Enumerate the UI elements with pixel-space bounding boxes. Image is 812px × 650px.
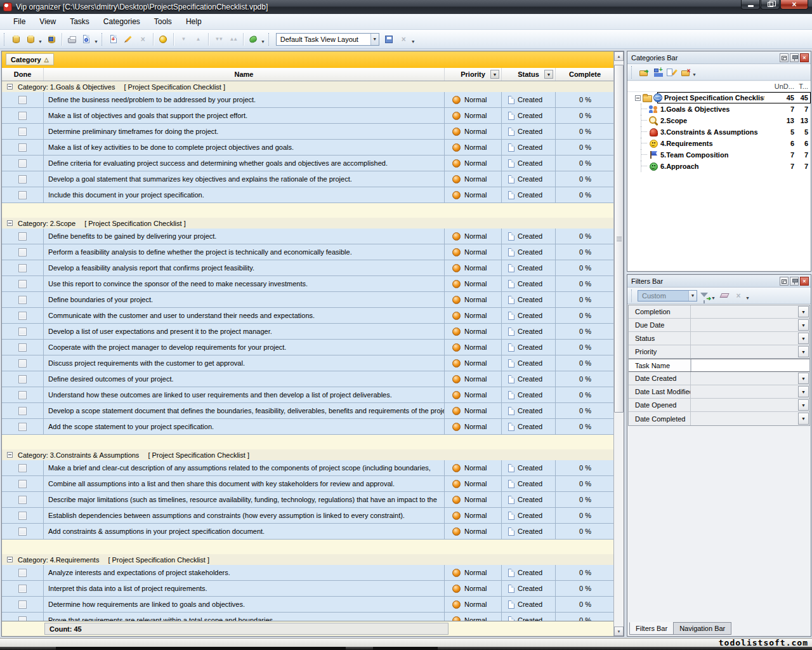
delete-task-button[interactable]: × (136, 32, 150, 46)
task-name-cell[interactable]: Develop a goal statement that summarizes… (44, 171, 445, 187)
task-row[interactable]: Interpret this data into a list of proje… (2, 581, 615, 597)
task-name-cell[interactable]: Describe major limitations (such as time… (44, 492, 445, 507)
menu-item-tools[interactable]: Tools (147, 15, 179, 29)
task-row[interactable]: Determine preliminary timeframes for doi… (2, 124, 615, 140)
priority-cell[interactable]: Normal (445, 371, 502, 387)
new-task-button[interactable]: + (107, 32, 121, 46)
status-cell[interactable]: Created (502, 92, 556, 107)
apply-filter-button[interactable]: ➜ (697, 289, 711, 302)
column-header-done[interactable]: Done (2, 68, 44, 81)
complete-cell[interactable]: 0 % (556, 597, 615, 612)
task-checkbox[interactable] (18, 600, 27, 609)
task-checkbox[interactable] (18, 143, 27, 152)
task-name-cell[interactable]: Determine preliminary timeframes for doi… (44, 124, 445, 139)
panel-pin-button[interactable] (790, 53, 799, 62)
task-checkbox[interactable] (18, 616, 27, 621)
filter-dropdown-button[interactable]: ▼ (798, 373, 809, 384)
task-name-cell[interactable]: Develop a feasibility analysis report th… (44, 260, 445, 275)
filter-value[interactable] (691, 319, 797, 331)
complete-cell[interactable]: 0 % (556, 492, 615, 507)
move-up-button[interactable]: ▲ (191, 32, 206, 46)
task-name-cell[interactable]: Discuss project requirements with the cu… (44, 355, 445, 371)
tree-category-row[interactable]: 6.Approach77 (627, 161, 811, 172)
tree-category-row[interactable]: 5.Team Composition77 (627, 149, 811, 161)
menu-item-categories[interactable]: Categories (96, 15, 147, 29)
add-category-button[interactable]: ➜ (636, 66, 650, 79)
tree-category-row[interactable]: 1.Goals & Objectives77 (627, 103, 811, 115)
filter-dropdown-button[interactable]: ▼ (798, 413, 809, 425)
status-filter-dropdown[interactable]: ▼ (544, 70, 553, 79)
task-row[interactable]: Describe major limitations (such as time… (2, 492, 615, 508)
task-checkbox[interactable] (18, 191, 27, 199)
status-cell[interactable]: Created (502, 613, 556, 621)
panel-restore-button[interactable] (780, 53, 789, 62)
scroll-down-button[interactable]: ▼ (614, 627, 624, 636)
status-cell[interactable]: Created (502, 524, 556, 539)
priority-cell[interactable]: Normal (445, 92, 502, 107)
print-preview-button[interactable] (79, 32, 94, 46)
complete-cell[interactable]: 0 % (556, 187, 615, 202)
task-name-cell[interactable]: Combine all assumptions into a list and … (44, 476, 445, 491)
task-name-cell[interactable]: Interpret this data into a list of proje… (44, 581, 445, 596)
task-checkbox[interactable] (18, 527, 27, 536)
task-name-cell[interactable]: Analyze interests and expectations of pr… (44, 565, 445, 580)
menu-item-view[interactable]: View (32, 15, 63, 29)
task-name-cell[interactable]: Define the business need/problem to be a… (44, 92, 445, 107)
filter-dropdown-button[interactable]: ▼ (798, 346, 809, 357)
combobox-dropdown-icon[interactable]: ▼ (688, 291, 697, 301)
priority-cell[interactable]: Normal (445, 244, 502, 260)
dropdown-caret-icon[interactable]: ▼ (38, 39, 43, 44)
priority-cell[interactable]: Normal (445, 187, 502, 202)
tree-category-row[interactable]: 4.Requirements66 (627, 138, 811, 149)
task-row[interactable]: Determine how requirements are linked to… (2, 597, 615, 613)
status-cell[interactable]: Created (502, 340, 556, 355)
task-row[interactable]: Develop a list of user expectations and … (2, 324, 615, 340)
filter-preset-combobox[interactable]: Custom ▼ (638, 290, 697, 302)
task-checkbox[interactable] (18, 248, 27, 256)
complete-cell[interactable]: 0 % (556, 171, 615, 187)
open-database-button[interactable] (9, 32, 23, 46)
column-header-complete[interactable]: Complete (556, 68, 615, 81)
complete-cell[interactable]: 0 % (556, 92, 615, 107)
collapse-icon[interactable] (7, 452, 13, 458)
priority-cell[interactable]: Normal (445, 276, 502, 291)
complete-cell[interactable]: 0 % (556, 276, 615, 291)
complete-cell[interactable]: 0 % (556, 324, 615, 339)
collapse-icon[interactable] (7, 557, 13, 562)
complete-cell[interactable]: 0 % (556, 156, 615, 171)
task-checkbox[interactable] (18, 264, 27, 272)
undone-column-header[interactable]: UnD... (769, 83, 794, 90)
priority-cell[interactable]: Normal (445, 419, 502, 434)
task-row[interactable]: Understand how these outcomes are linked… (2, 387, 615, 403)
task-checkbox[interactable] (18, 128, 27, 136)
task-name-cell[interactable]: Develop a scope statement document that … (44, 403, 445, 418)
status-cell[interactable]: Created (502, 124, 556, 139)
task-name-cell[interactable]: Prove that requirements are relevant wit… (44, 613, 445, 621)
task-row[interactable]: Cooperate with the project manager to de… (2, 340, 615, 355)
complete-cell[interactable]: 0 % (556, 340, 615, 355)
task-name-cell[interactable]: Establish dependencies between assumptio… (44, 508, 445, 523)
priority-cell[interactable]: Normal (445, 308, 502, 323)
task-checkbox[interactable] (18, 585, 27, 593)
status-cell[interactable]: Created (502, 460, 556, 475)
priority-cell[interactable]: Normal (445, 108, 502, 123)
task-name-cell[interactable]: Define criteria for evaluating project s… (44, 156, 445, 171)
task-row[interactable]: Communicate with the customer and user t… (2, 308, 615, 324)
edit-task-button[interactable] (121, 32, 136, 46)
print-button[interactable] (65, 32, 79, 46)
panel-close-button[interactable]: × (800, 277, 809, 286)
filter-dropdown-button[interactable]: ▼ (798, 319, 809, 331)
status-cell[interactable]: Created (502, 260, 556, 275)
complete-cell[interactable]: 0 % (556, 524, 615, 539)
dropdown-caret-icon[interactable]: ▼ (745, 296, 750, 300)
task-name-cell[interactable]: Make a brief and clear-cut description o… (44, 460, 445, 475)
priority-cell[interactable]: Normal (445, 387, 502, 402)
priority-cell[interactable]: Normal (445, 565, 502, 580)
status-cell[interactable]: Created (502, 156, 556, 171)
delete-filter-button[interactable]: × (731, 289, 745, 302)
maximize-button[interactable] (761, 0, 780, 10)
task-checkbox[interactable] (18, 159, 27, 168)
task-name-cell[interactable]: Understand how these outcomes are linked… (44, 387, 445, 402)
complete-cell[interactable]: 0 % (556, 460, 615, 475)
task-checkbox[interactable] (18, 343, 27, 352)
